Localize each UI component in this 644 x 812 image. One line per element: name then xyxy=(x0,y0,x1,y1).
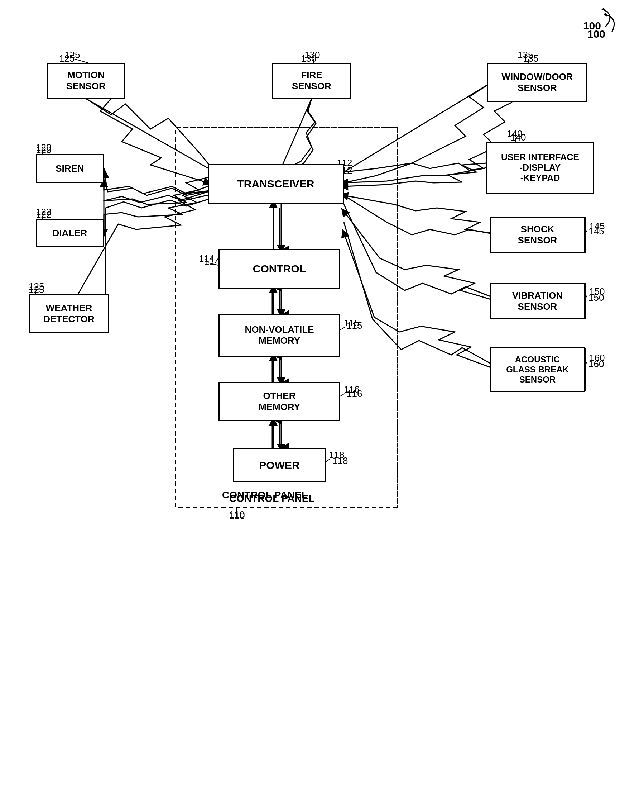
weather-detector-box: WEATHERDETECTOR xyxy=(29,294,109,333)
ref-other-memory: 116 xyxy=(347,388,362,399)
ref-arrow xyxy=(580,11,623,40)
user-interface-box: USER INTERFACE-DISPLAY-KEYPAD xyxy=(486,142,594,194)
fire-sensor-box: FIRESENSOR xyxy=(272,63,351,99)
ref-shock: 145 xyxy=(589,226,604,237)
siren-box: SIREN xyxy=(36,154,104,183)
acoustic-sensor-box: ACOUSTICGLASS BREAKSENSOR xyxy=(490,347,585,392)
ref-control: 114 xyxy=(204,256,219,267)
power-box: POWER xyxy=(233,448,326,482)
ref-vibration: 150 xyxy=(589,292,604,303)
vibration-sensor-box: VIBRATIONSENSOR xyxy=(490,283,585,319)
shock-sensor-box: SHOCKSENSOR xyxy=(490,217,585,253)
transceiver-box: TRANSCEIVER xyxy=(208,164,344,204)
ref-110: 110 xyxy=(229,509,245,520)
ref-nvm: 115 xyxy=(347,320,362,331)
window-door-sensor-box: WINDOW/DOORSENSOR xyxy=(487,63,588,102)
control-panel-label: CONTROL PANEL xyxy=(222,489,308,501)
ref-acoustic: 160 xyxy=(589,359,604,369)
ref-power: 118 xyxy=(332,455,348,466)
control-box: CONTROL xyxy=(218,249,340,288)
dialer-box: DIALER xyxy=(36,219,104,247)
other-memory-box: OTHERMEMORY xyxy=(218,382,340,421)
motion-sensor-box: MOTIONSENSOR xyxy=(47,63,125,99)
non-volatile-memory-box: NON-VOLATILEMEMORY xyxy=(218,314,340,357)
